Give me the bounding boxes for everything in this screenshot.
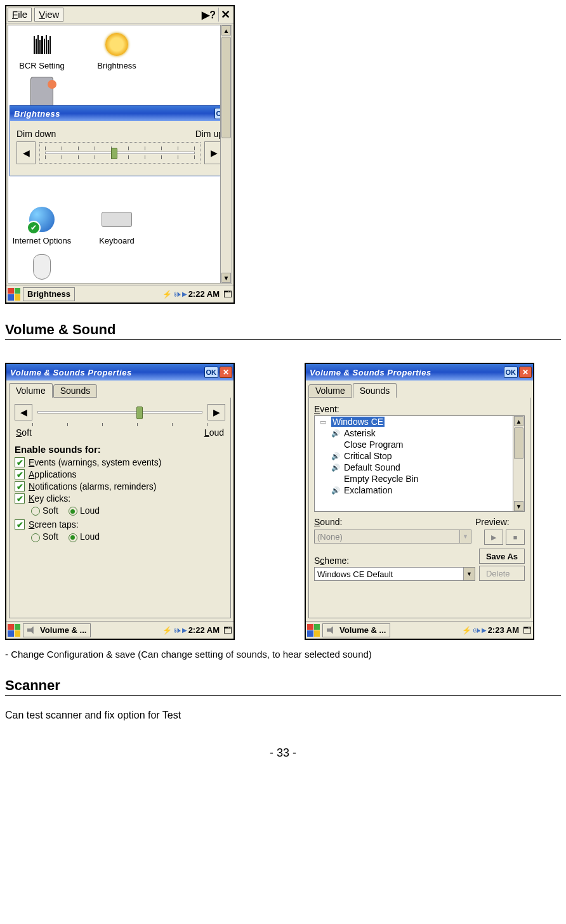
clock[interactable]: 2:22 AM	[188, 625, 220, 635]
icon-label: Keyboard	[86, 236, 148, 245]
volume-thumb[interactable]	[136, 407, 143, 419]
list-item[interactable]: Exclamation	[344, 485, 392, 495]
close-button[interactable]: ✕	[220, 367, 232, 378]
sound-icon: 🔊	[330, 428, 341, 438]
volume-tray-icon[interactable]: 🕪	[173, 626, 181, 635]
popup-body: Dim down Dim up ◀ ▶	[10, 121, 230, 176]
radio-keyclicks-loud[interactable]: Loud	[69, 505, 100, 516]
menu-file[interactable]: FFileile	[8, 8, 32, 22]
scroll-up-icon[interactable]: ▲	[221, 25, 231, 36]
scrollbar-thumb[interactable]	[514, 427, 523, 459]
start-icon[interactable]	[307, 624, 320, 637]
checkbox-notifications[interactable]: ✔	[15, 481, 25, 491]
checkbox-keyclicks[interactable]: ✔	[15, 493, 25, 504]
tab-volume[interactable]: Volume	[9, 383, 53, 398]
sounds-tab-body: Event:Event: ▭Windows CE 🔊Asterisk Close…	[308, 398, 530, 618]
taskbar-app-button[interactable]: Volume & ...	[322, 623, 390, 637]
tab-volume[interactable]: Volume	[308, 384, 352, 398]
scroll-up-icon[interactable]: ▲	[514, 416, 523, 426]
scrollbar-thumb[interactable]	[221, 37, 231, 138]
loud-label: LoudLoud	[204, 427, 224, 438]
enable-sounds-label: Enable sounds for:	[15, 444, 225, 455]
checkbox-screentaps[interactable]: ✔	[15, 519, 25, 530]
tab-sounds[interactable]: Sounds	[353, 383, 397, 398]
scroll-down-icon[interactable]: ▼	[514, 501, 523, 511]
icon-internet-options[interactable]: Internet Options	[11, 204, 73, 245]
clock[interactable]: 2:23 AM	[488, 625, 519, 635]
play-button[interactable]: ▶	[484, 530, 503, 545]
list-item[interactable]: Critical Stop	[344, 451, 392, 461]
volume-up-button[interactable]: ▶	[207, 404, 225, 420]
icon-label: BCR Setting	[11, 61, 73, 70]
start-icon[interactable]	[8, 288, 20, 301]
icon-brightness[interactable]: Brightness	[86, 29, 148, 70]
list-item[interactable]: Empty Recycle Bin	[344, 474, 418, 484]
sound-label: Sound:Sound:	[314, 517, 463, 527]
list-item[interactable]: Windows CE	[331, 417, 385, 427]
radio-screentaps-loud[interactable]: Loud	[69, 531, 100, 542]
delete-button: Delete	[479, 566, 525, 581]
tab-sounds[interactable]: Sounds	[53, 384, 97, 398]
taskbar-app-button[interactable]: Volume & ...	[23, 623, 91, 637]
tab-strip: Volume Sounds	[306, 381, 533, 398]
desktop-icon[interactable]: 🗔	[523, 625, 532, 635]
tray-arrow-icon: ▶	[182, 290, 187, 297]
stop-button[interactable]: ■	[506, 530, 525, 545]
control-panel-body: BCR Setting Brightness Button Setting Br…	[8, 25, 232, 283]
scrollbar[interactable]: ▲ ▼	[220, 25, 232, 283]
scheme-dropdown[interactable]: Windows CE Default▼	[314, 567, 475, 581]
event-listbox[interactable]: ▭Windows CE 🔊Asterisk Close Program 🔊Cri…	[314, 415, 525, 512]
dim-down-button[interactable]: ◀	[16, 141, 36, 164]
ok-button[interactable]: OK	[204, 367, 219, 378]
network-icon[interactable]: ⚡	[462, 626, 471, 635]
close-icon[interactable]: ✕	[218, 8, 232, 22]
volume-tray-icon[interactable]: 🕪	[173, 290, 181, 299]
slider-thumb[interactable]	[111, 148, 117, 159]
sound-icon: 🔊	[330, 462, 341, 472]
help-icon[interactable]: ▶?	[202, 9, 216, 21]
volume-down-button[interactable]: ◀	[15, 404, 32, 420]
save-as-button[interactable]: Save As	[479, 549, 525, 564]
volume-tray-icon[interactable]: 🕪	[473, 626, 480, 635]
menubar: FFileile VViewiew ▶? ✕	[6, 6, 234, 23]
network-icon[interactable]: ⚡	[162, 290, 172, 299]
control-panel-window: FFileile VViewiew ▶? ✕ BCR Setting Brigh…	[5, 5, 235, 304]
checkbox-events[interactable]: ✔	[15, 457, 25, 467]
radio-keyclicks-soft[interactable]: Soft	[31, 505, 58, 516]
speaker-icon	[327, 627, 336, 634]
popup-titlebar: Brightness OK	[10, 106, 230, 121]
radio-screentaps-soft[interactable]: Soft	[31, 531, 58, 542]
window-title: Volume & Sounds Properties	[307, 368, 504, 377]
icon-grid: BCR Setting Brightness Button Setting	[11, 29, 229, 118]
volume-screenshots-row: Volume & Sounds Properties OK ✕ Volume S…	[5, 363, 561, 640]
volume-slider[interactable]	[37, 411, 202, 413]
list-item[interactable]: Asterisk	[344, 428, 376, 438]
icon-grid-2: Internet Options Keyboard Mouse	[11, 204, 229, 283]
device-icon	[30, 77, 53, 107]
scroll-down-icon[interactable]: ▼	[221, 273, 231, 283]
taskbar: Volume & ... ⚡ 🕪 ▶ 2:22 AM 🗔	[6, 621, 234, 639]
toolbar-right: ▶? ✕	[202, 8, 232, 22]
clock[interactable]: 2:22 AM	[188, 289, 220, 299]
icon-bcr-setting[interactable]: BCR Setting	[11, 29, 73, 70]
brightness-slider[interactable]	[39, 142, 201, 164]
listbox-scrollbar[interactable]: ▲ ▼	[513, 416, 524, 511]
desktop-icon[interactable]: 🗔	[223, 289, 232, 299]
list-item[interactable]: Close Program	[344, 439, 403, 450]
close-button[interactable]: ✕	[519, 367, 532, 378]
icon-mouse[interactable]: Mouse	[11, 252, 73, 283]
list-item[interactable]: Default Sound	[344, 462, 400, 472]
chevron-down-icon[interactable]: ▼	[463, 568, 475, 580]
chevron-down-icon: ▼	[459, 530, 471, 543]
desktop-icon[interactable]: 🗔	[223, 625, 232, 635]
menu-view[interactable]: VViewiew	[34, 8, 63, 22]
checkbox-applications[interactable]: ✔	[15, 469, 25, 479]
icon-label: Brightness	[86, 61, 148, 70]
taskbar-app-button[interactable]: Brightness	[23, 287, 75, 301]
sound-dropdown: (None)▼	[314, 530, 471, 543]
icon-keyboard[interactable]: Keyboard	[86, 204, 148, 245]
ok-button[interactable]: OK	[504, 367, 518, 378]
popup-title: Brightness	[11, 109, 214, 119]
start-icon[interactable]	[8, 624, 20, 637]
network-icon[interactable]: ⚡	[162, 626, 172, 635]
